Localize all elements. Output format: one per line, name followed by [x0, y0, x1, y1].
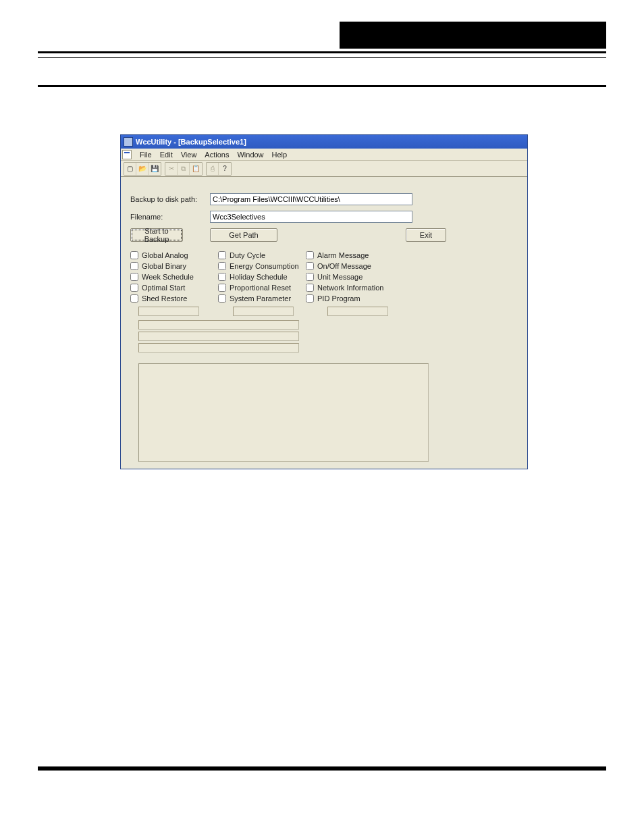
menu-view[interactable]: View [177, 149, 201, 160]
chk-optimal-start[interactable]: Optimal Start [130, 284, 218, 292]
chk-alarm-message[interactable]: Alarm Message [306, 251, 407, 259]
checkbox-grid: Global Analog Duty Cycle Alarm Message G… [130, 251, 518, 303]
chk-proportional-reset[interactable]: Proportional Reset [218, 284, 306, 292]
chk-holiday-schedule[interactable]: Holiday Schedule [218, 273, 306, 281]
start-backup-button[interactable]: Start to Backup [130, 228, 183, 242]
cut-icon[interactable]: ✂ [165, 163, 178, 175]
save-icon[interactable]: 💾 [149, 163, 161, 175]
new-icon[interactable]: ▢ [124, 163, 136, 175]
rule-thin [38, 57, 606, 58]
title-bar[interactable]: WccUtility - [BackupSelective1] [121, 135, 527, 149]
chk-energy-consumption[interactable]: Energy Consumption [218, 262, 306, 270]
chk-pid-program[interactable]: PID Program [306, 294, 407, 303]
open-icon[interactable]: 📂 [136, 163, 149, 175]
chk-network-information[interactable]: Network Information [306, 284, 407, 292]
rule-thick-2 [38, 85, 606, 87]
filename-input[interactable] [210, 211, 412, 223]
menu-bar: File Edit View Actions Window Help [121, 149, 527, 161]
toolbar: ▢ 📂 💾 ✂ ⧉ 📋 ⎙ ? [121, 161, 527, 177]
chk-global-binary[interactable]: Global Binary [130, 262, 218, 270]
app-window: WccUtility - [BackupSelective1] File Edi… [120, 134, 528, 469]
path-label: Backup to disk path: [130, 195, 210, 203]
paste-icon[interactable]: 📋 [190, 163, 202, 175]
menu-actions[interactable]: Actions [200, 149, 233, 160]
small-status-row [138, 307, 518, 316]
app-icon [124, 137, 133, 147]
chk-week-schedule[interactable]: Week Schedule [130, 273, 218, 281]
menu-file[interactable]: File [136, 149, 156, 160]
footer-rule [38, 766, 606, 771]
path-input[interactable] [210, 193, 412, 205]
exit-button[interactable]: Exit [406, 228, 446, 242]
get-path-button[interactable]: Get Path [210, 228, 277, 242]
client-area: Backup to disk path: Filename: Start to … [121, 177, 527, 469]
menu-edit[interactable]: Edit [156, 149, 177, 160]
status-box-2 [233, 307, 294, 316]
menu-window[interactable]: Window [233, 149, 267, 160]
window-title: WccUtility - [BackupSelective1] [136, 138, 246, 146]
long-box-3 [138, 343, 299, 353]
long-box-2 [138, 332, 299, 341]
copy-icon[interactable]: ⧉ [178, 163, 190, 175]
status-box-1 [138, 307, 199, 316]
chk-global-analog[interactable]: Global Analog [130, 251, 218, 259]
rule-thick [38, 51, 606, 53]
chk-unit-message[interactable]: Unit Message [306, 273, 407, 281]
chk-system-parameter[interactable]: System Parameter [218, 294, 306, 303]
chk-duty-cycle[interactable]: Duty Cycle [218, 251, 306, 259]
help-icon[interactable]: ? [219, 163, 231, 175]
print-icon[interactable]: ⎙ [207, 163, 219, 175]
log-panel [138, 363, 429, 462]
header-black-block [38, 22, 606, 49]
filename-label: Filename: [130, 213, 210, 221]
status-box-3 [327, 307, 388, 316]
long-status-rows [138, 320, 518, 353]
long-box-1 [138, 320, 299, 330]
chk-shed-restore[interactable]: Shed Restore [130, 294, 218, 303]
menu-help[interactable]: Help [268, 149, 292, 160]
chk-onoff-message[interactable]: On/Off Message [306, 262, 407, 270]
mdi-child-icon[interactable] [122, 150, 132, 159]
